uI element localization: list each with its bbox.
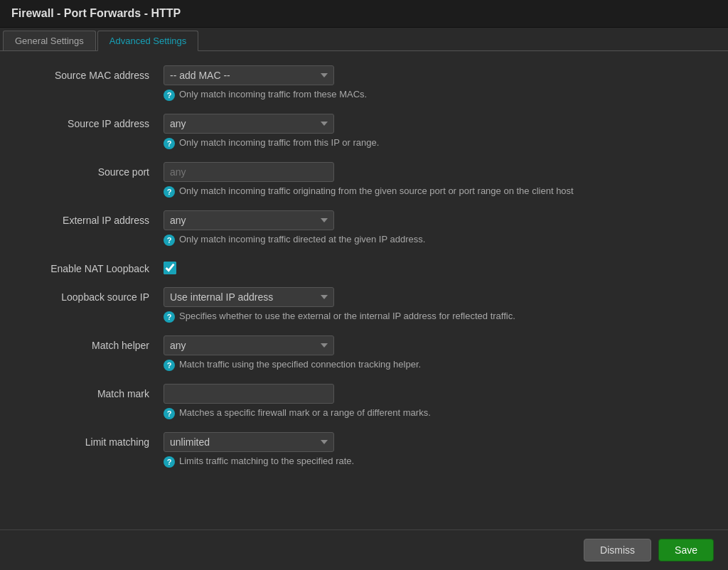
limit-matching-help: ? Limits traffic matching to the specifi… bbox=[164, 456, 707, 468]
source-mac-help: ? Only match incoming traffic from these… bbox=[164, 89, 707, 101]
limit-matching-help-icon: ? bbox=[164, 456, 175, 468]
source-mac-group: -- add MAC -- ? Only match incoming traf… bbox=[164, 65, 707, 101]
source-port-help: ? Only match incoming traffic originatin… bbox=[164, 185, 707, 198]
loopback-source-select[interactable]: Use internal IP address bbox=[164, 287, 334, 307]
source-ip-help: ? Only match incoming traffic from this … bbox=[164, 137, 707, 149]
external-ip-row: External IP address any ? Only match inc… bbox=[21, 210, 707, 246]
match-mark-group: ? Matches a specific firewall mark or a … bbox=[164, 384, 707, 419]
match-helper-row: Match helper any ? Match traffic using t… bbox=[21, 335, 707, 371]
source-ip-row: Source IP address any ? Only match incom… bbox=[21, 114, 707, 149]
external-ip-help-icon: ? bbox=[164, 235, 175, 246]
enable-nat-label: Enable NAT Loopback bbox=[21, 259, 164, 274]
limit-matching-row: Limit matching unlimited ? Limits traffi… bbox=[21, 432, 707, 468]
external-ip-group: any ? Only match incoming traffic direct… bbox=[164, 210, 707, 246]
tab-bar: General Settings Advanced Settings bbox=[0, 28, 728, 51]
window-title: Firewall - Port Forwards - HTTP bbox=[11, 7, 717, 20]
source-mac-label: Source MAC address bbox=[21, 65, 164, 81]
source-port-row: Source port ? Only match incoming traffi… bbox=[21, 162, 707, 198]
match-mark-help-icon: ? bbox=[164, 408, 175, 419]
source-port-label: Source port bbox=[21, 162, 164, 178]
match-mark-help: ? Matches a specific firewall mark or a … bbox=[164, 407, 707, 419]
limit-matching-group: unlimited ? Limits traffic matching to t… bbox=[164, 432, 707, 468]
match-helper-select[interactable]: any bbox=[164, 335, 334, 355]
loopback-source-group: Use internal IP address ? Specifies whet… bbox=[164, 287, 707, 323]
external-ip-label: External IP address bbox=[21, 210, 164, 226]
source-ip-group: any ? Only match incoming traffic from t… bbox=[164, 114, 707, 149]
match-helper-help-icon: ? bbox=[164, 360, 175, 371]
enable-nat-checkbox[interactable] bbox=[164, 262, 176, 274]
source-mac-row: Source MAC address -- add MAC -- ? Only … bbox=[21, 65, 707, 101]
tab-advanced[interactable]: Advanced Settings bbox=[97, 31, 198, 51]
match-helper-label: Match helper bbox=[21, 335, 164, 351]
match-mark-row: Match mark ? Matches a specific firewall… bbox=[21, 384, 707, 419]
source-port-group: ? Only match incoming traffic originatin… bbox=[164, 162, 707, 198]
main-window: Firewall - Port Forwards - HTTP General … bbox=[0, 0, 728, 570]
match-helper-help: ? Match traffic using the specified conn… bbox=[164, 359, 707, 371]
match-helper-group: any ? Match traffic using the specified … bbox=[164, 335, 707, 371]
loopback-source-row: Loopback source IP Use internal IP addre… bbox=[21, 287, 707, 323]
tab-general[interactable]: General Settings bbox=[3, 31, 96, 50]
source-mac-select[interactable]: -- add MAC -- bbox=[164, 65, 334, 85]
save-button[interactable]: Save bbox=[658, 539, 714, 561]
limit-matching-select[interactable]: unlimited bbox=[164, 432, 334, 452]
match-mark-label: Match mark bbox=[21, 384, 164, 399]
enable-nat-row: Enable NAT Loopback bbox=[21, 259, 707, 274]
loopback-source-label: Loopback source IP bbox=[21, 287, 164, 303]
loopback-source-help: ? Specifies whether to use the external … bbox=[164, 311, 707, 323]
source-ip-help-icon: ? bbox=[164, 138, 175, 149]
external-ip-help: ? Only match incoming traffic directed a… bbox=[164, 234, 707, 246]
limit-matching-label: Limit matching bbox=[21, 432, 164, 448]
source-port-input[interactable] bbox=[164, 162, 334, 182]
enable-nat-group bbox=[164, 259, 707, 274]
dismiss-button[interactable]: Dismiss bbox=[584, 539, 651, 561]
content-area: Source MAC address -- add MAC -- ? Only … bbox=[0, 51, 728, 529]
source-ip-label: Source IP address bbox=[21, 114, 164, 129]
external-ip-select[interactable]: any bbox=[164, 210, 334, 230]
footer: Dismiss Save bbox=[0, 529, 728, 570]
source-mac-help-icon: ? bbox=[164, 90, 175, 101]
source-port-help-icon: ? bbox=[164, 186, 175, 198]
loopback-source-help-icon: ? bbox=[164, 311, 175, 323]
source-ip-select[interactable]: any bbox=[164, 114, 334, 134]
title-bar: Firewall - Port Forwards - HTTP bbox=[0, 0, 728, 28]
match-mark-input[interactable] bbox=[164, 384, 334, 404]
